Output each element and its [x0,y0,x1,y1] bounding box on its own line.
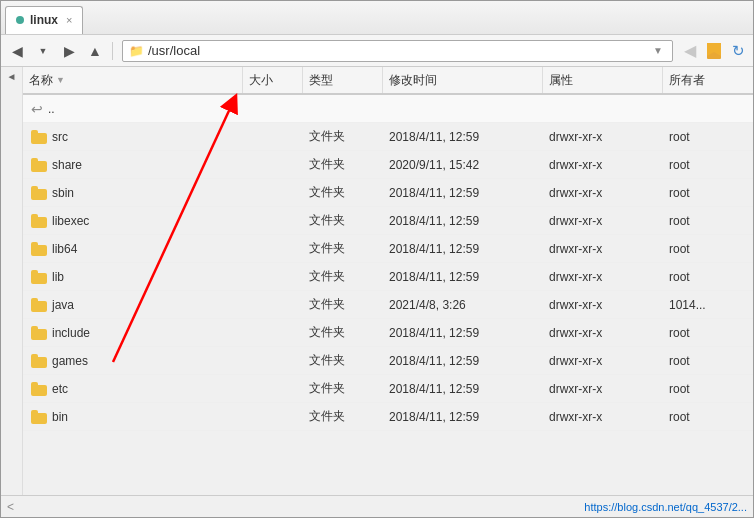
file-name-cell: bin [23,403,243,430]
table-row[interactable]: lib文件夹2018/4/11, 12:59drwxr-xr-xroot [23,263,753,291]
back-icon-button[interactable]: ◀ [679,40,701,62]
file-permissions-cell [543,95,663,122]
file-owner-cell: root [663,235,743,262]
file-size-cell [243,263,303,290]
linux-tab[interactable]: linux × [5,6,83,34]
tab-label: linux [30,13,58,27]
file-permissions-cell: drwxr-xr-x [543,179,663,206]
table-row[interactable]: sbin文件夹2018/4/11, 12:59drwxr-xr-xroot [23,179,753,207]
toolbar-right-buttons: ◀ ↻ [679,40,749,62]
file-modified-cell: 2018/4/11, 12:59 [383,235,543,262]
file-type-cell: 文件夹 [303,179,383,206]
file-list: ↩..src文件夹2018/4/11, 12:59drwxr-xr-xroots… [23,95,753,495]
title-bar: linux × [1,1,753,35]
bookmark-button[interactable] [703,40,725,62]
col-header-size[interactable]: 大小 [243,67,303,93]
folder-icon [31,354,47,368]
file-size-cell [243,403,303,430]
file-modified-cell: 2018/4/11, 12:59 [383,403,543,430]
file-permissions-cell: drwxr-xr-x [543,319,663,346]
file-permissions-cell: drwxr-xr-x [543,347,663,374]
file-type-cell: 文件夹 [303,347,383,374]
file-permissions-cell: drwxr-xr-x [543,403,663,430]
status-bar: < https://blog.csdn.net/qq_4537/2... [1,495,753,517]
file-permissions-cell: drwxr-xr-x [543,263,663,290]
table-row[interactable]: ↩.. [23,95,753,123]
folder-icon [31,382,47,396]
status-url-link[interactable]: https://blog.csdn.net/qq_4537/2... [584,501,747,513]
file-owner-cell: root [663,179,743,206]
toolbar-separator [112,42,113,60]
table-row[interactable]: java文件夹2021/4/8, 3:26drwxr-xr-x1014... [23,291,753,319]
address-input[interactable] [148,43,650,58]
file-modified-cell [383,95,543,122]
file-modified-cell: 2018/4/11, 12:59 [383,123,543,150]
table-row[interactable]: share文件夹2020/9/11, 15:42drwxr-xr-xroot [23,151,753,179]
folder-icon [31,326,47,340]
file-name-cell: ↩.. [23,95,243,122]
file-name-cell: lib64 [23,235,243,262]
file-size-cell [243,347,303,374]
file-type-cell: 文件夹 [303,123,383,150]
file-name-text: .. [48,102,55,116]
file-modified-cell: 2018/4/11, 12:59 [383,375,543,402]
file-area: 名称 ▼ 大小 类型 修改时间 属性 [23,67,753,495]
back-button[interactable]: ◀ [5,39,29,63]
main-content: ◄ 名称 ▼ 大小 类型 修改时间 [1,67,753,495]
forward-button[interactable]: ▶ [57,39,81,63]
scroll-left-button[interactable]: < [7,500,14,514]
file-type-cell: 文件夹 [303,375,383,402]
file-name-text: lib [52,270,64,284]
file-name-cell: lib [23,263,243,290]
file-name-cell: sbin [23,179,243,206]
refresh-button[interactable]: ↻ [727,40,749,62]
table-row[interactable]: etc文件夹2018/4/11, 12:59drwxr-xr-xroot [23,375,753,403]
file-type-cell [303,95,383,122]
sidebar-collapse-arrow[interactable]: ◄ [7,71,17,82]
file-owner-cell: root [663,403,743,430]
table-row[interactable]: libexec文件夹2018/4/11, 12:59drwxr-xr-xroot [23,207,753,235]
table-row[interactable]: lib64文件夹2018/4/11, 12:59drwxr-xr-xroot [23,235,753,263]
file-owner-cell: root [663,123,743,150]
table-row[interactable]: games文件夹2018/4/11, 12:59drwxr-xr-xroot [23,347,753,375]
file-name-text: include [52,326,90,340]
table-row[interactable]: include文件夹2018/4/11, 12:59drwxr-xr-xroot [23,319,753,347]
main-window: linux × ◀ ▼ ▶ ▲ 📁 ▼ ◀ ↻ ◄ [0,0,754,518]
file-type-cell: 文件夹 [303,403,383,430]
folder-icon [31,214,47,228]
file-name-text: sbin [52,186,74,200]
toolbar: ◀ ▼ ▶ ▲ 📁 ▼ ◀ ↻ [1,35,753,67]
file-name-text: java [52,298,74,312]
up-button[interactable]: ▲ [83,39,107,63]
address-dropdown-arrow[interactable]: ▼ [650,43,666,59]
file-permissions-cell: drwxr-xr-x [543,235,663,262]
col-header-modified[interactable]: 修改时间 [383,67,543,93]
file-area-wrapper: 名称 ▼ 大小 类型 修改时间 属性 [23,67,753,495]
folder-icon [31,298,47,312]
file-name-cell: libexec [23,207,243,234]
file-size-cell [243,95,303,122]
tab-close-button[interactable]: × [66,14,72,26]
file-modified-cell: 2018/4/11, 12:59 [383,179,543,206]
folder-icon [31,130,47,144]
table-row[interactable]: bin文件夹2018/4/11, 12:59drwxr-xr-xroot [23,403,753,431]
file-name-text: etc [52,382,68,396]
file-size-cell [243,123,303,150]
file-owner-cell: 1014... [663,291,743,318]
address-folder-icon: 📁 [129,44,144,58]
col-header-permissions[interactable]: 属性 [543,67,663,93]
col-header-name[interactable]: 名称 ▼ [23,67,243,93]
file-name-text: lib64 [52,242,77,256]
col-header-type[interactable]: 类型 [303,67,383,93]
col-header-owner[interactable]: 所有者 [663,67,743,93]
table-row[interactable]: src文件夹2018/4/11, 12:59drwxr-xr-xroot [23,123,753,151]
file-owner-cell: root [663,347,743,374]
column-header-row: 名称 ▼ 大小 类型 修改时间 属性 [23,67,753,95]
folder-icon [31,270,47,284]
file-modified-cell: 2018/4/11, 12:59 [383,347,543,374]
address-bar[interactable]: 📁 ▼ [122,40,673,62]
file-name-text: share [52,158,82,172]
dropdown-button[interactable]: ▼ [31,39,55,63]
file-permissions-cell: drwxr-xr-x [543,375,663,402]
file-name-cell: src [23,123,243,150]
